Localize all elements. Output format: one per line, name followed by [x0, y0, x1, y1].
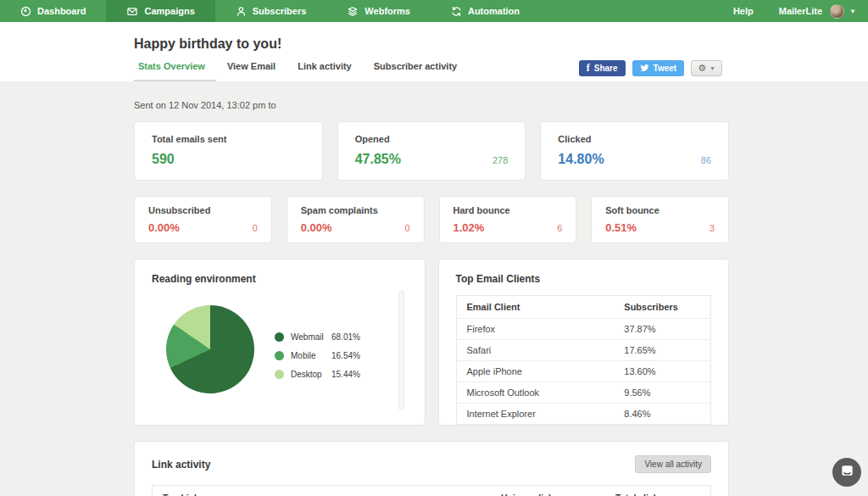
legend-label: Desktop [291, 370, 331, 379]
legend-value: 16.54% [331, 351, 360, 360]
tab-view-email[interactable]: View Email [216, 61, 287, 81]
stat-card-clicked: Clicked 14.80% 86 [540, 121, 729, 181]
campaign-header: Happy birthday to you! f Share Tweet ⚙ ▼… [0, 22, 868, 81]
tab-stats-overview[interactable]: Stats Overview [134, 61, 216, 81]
legend-dot-webmail [275, 332, 284, 342]
stat-count: 6 [557, 223, 562, 233]
stat-label: Total emails sent [152, 134, 305, 144]
email-clients-table: Email Client Subscribers Firefox 37.87% … [456, 295, 712, 425]
legend-item-desktop: Desktop 15.44% [275, 370, 360, 379]
stat-count: 3 [709, 223, 715, 233]
link-activity-table-header: Top Links Unique clicks Total clicks [152, 485, 711, 496]
nav-label: Campaigns [144, 6, 194, 16]
stat-label: Unsubscribed [148, 205, 258, 215]
top-email-clients-panel: Top Email Clients Email Client Subscribe… [438, 259, 730, 426]
stat-label: Spam complaints [301, 205, 410, 215]
settings-dropdown-button[interactable]: ⚙ ▼ [691, 60, 722, 76]
nav-item-campaigns[interactable]: Campaigns [106, 0, 214, 22]
stat-card-spam-complaints: Spam complaints 0.00% 0 [287, 196, 425, 243]
nav-item-webforms[interactable]: Webforms [326, 0, 431, 22]
stat-value: 0.00% [148, 221, 180, 234]
legend-value: 68.01% [331, 332, 360, 342]
table-row: Microsoft Outlook 9.56% [456, 382, 711, 404]
table-row: Internet Explorer 8.46% [456, 404, 711, 425]
stat-card-soft-bounce: Soft bounce 0.51% 3 [591, 196, 729, 243]
tab-subscriber-activity[interactable]: Subscriber activity [363, 61, 468, 81]
stat-label: Opened [355, 134, 509, 144]
envelope-icon [126, 6, 138, 17]
client-value: 9.56% [614, 382, 710, 404]
view-all-activity-button[interactable]: View all activity [635, 455, 711, 473]
account-menu[interactable]: MailerLite ▼ [772, 4, 868, 19]
column-header-unique-clicks: Unique clicks [501, 493, 615, 496]
link-activity-panel: Link activity View all activity Top Link… [134, 441, 729, 496]
client-value: 37.87% [614, 319, 710, 340]
client-name: Internet Explorer [456, 404, 614, 425]
nav-help-link[interactable]: Help [715, 6, 772, 16]
chevron-down-icon: ▼ [709, 65, 715, 71]
reading-environment-panel: Reading environment Webmail 68.01% Mobil… [134, 259, 426, 426]
client-value: 17.65% [614, 340, 710, 361]
facebook-share-button[interactable]: f Share [579, 60, 626, 76]
legend-item-webmail: Webmail 68.01% [275, 332, 360, 342]
stat-card-total-emails: Total emails sent 590 [134, 121, 323, 181]
panel-scrollbar[interactable] [398, 290, 404, 410]
nav-item-automation[interactable]: Automation [431, 0, 540, 22]
stat-label: Clicked [558, 134, 711, 144]
legend-value: 15.44% [331, 370, 360, 379]
panel-title: Reading environment [152, 273, 408, 285]
chat-widget-button[interactable] [832, 458, 861, 487]
stat-card-unsubscribed: Unsubscribed 0.00% 0 [134, 196, 272, 243]
legend-label: Mobile [291, 351, 331, 360]
share-label: Share [594, 64, 618, 73]
chat-icon [840, 464, 854, 482]
tab-link-activity[interactable]: Link activity [287, 61, 363, 81]
table-row: Firefox 37.87% [456, 319, 711, 340]
nav-label: Dashboard [37, 6, 86, 16]
column-header-email-client: Email Client [456, 296, 614, 319]
page-title: Happy birthday to you! [134, 22, 868, 52]
sync-icon [451, 6, 462, 17]
stat-card-opened: Opened 47.85% 278 [337, 121, 526, 181]
stat-count: 86 [701, 155, 711, 165]
table-row: Apple iPhone 13.60% [456, 361, 711, 382]
stat-count: 0 [253, 223, 258, 233]
twitter-tweet-button[interactable]: Tweet [632, 60, 685, 76]
stat-label: Soft bounce [605, 205, 715, 215]
client-value: 13.60% [614, 361, 710, 382]
client-name: Safari [456, 340, 614, 361]
nav-label: Automation [468, 6, 520, 16]
stat-value: 0.51% [605, 221, 637, 234]
legend-dot-mobile [275, 351, 284, 360]
panel-title: Link activity [152, 459, 210, 471]
secondary-stats-row: Unsubscribed 0.00% 0 Spam complaints 0.0… [134, 196, 729, 243]
legend-label: Webmail [291, 332, 331, 342]
campaign-tabs: Stats Overview View Email Link activity … [134, 61, 468, 81]
account-name: MailerLite [779, 6, 822, 16]
person-icon [236, 6, 247, 17]
stat-value: 1.02% [453, 221, 485, 234]
facebook-icon: f [587, 62, 590, 75]
column-header-total-clicks: Total clicks [615, 493, 700, 496]
stat-card-hard-bounce: Hard bounce 1.02% 6 [439, 196, 577, 243]
tweet-label: Tweet [654, 64, 677, 73]
chevron-down-icon: ▼ [849, 8, 856, 15]
stat-label: Hard bounce [453, 205, 563, 215]
stat-value: 47.85% [355, 152, 401, 167]
clock-icon [20, 6, 31, 17]
top-navigation: Dashboard Campaigns Subscribers Webforms [0, 0, 868, 22]
stat-count: 0 [404, 223, 409, 233]
column-header-top-links: Top Links [163, 493, 501, 496]
avatar[interactable] [830, 4, 844, 19]
stat-value: 14.80% [558, 152, 604, 167]
layers-icon [347, 6, 359, 17]
nav-item-dashboard[interactable]: Dashboard [0, 0, 106, 22]
stat-value: 0.00% [301, 221, 332, 234]
nav-label: Subscribers [253, 6, 307, 16]
primary-stats-row: Total emails sent 590 Opened 47.85% 278 … [134, 121, 729, 181]
nav-item-subscribers[interactable]: Subscribers [215, 0, 327, 22]
legend-item-mobile: Mobile 16.54% [275, 351, 360, 360]
client-name: Apple iPhone [456, 361, 614, 382]
stat-value: 590 [152, 152, 175, 167]
column-header-subscribers: Subscribers [614, 296, 710, 319]
